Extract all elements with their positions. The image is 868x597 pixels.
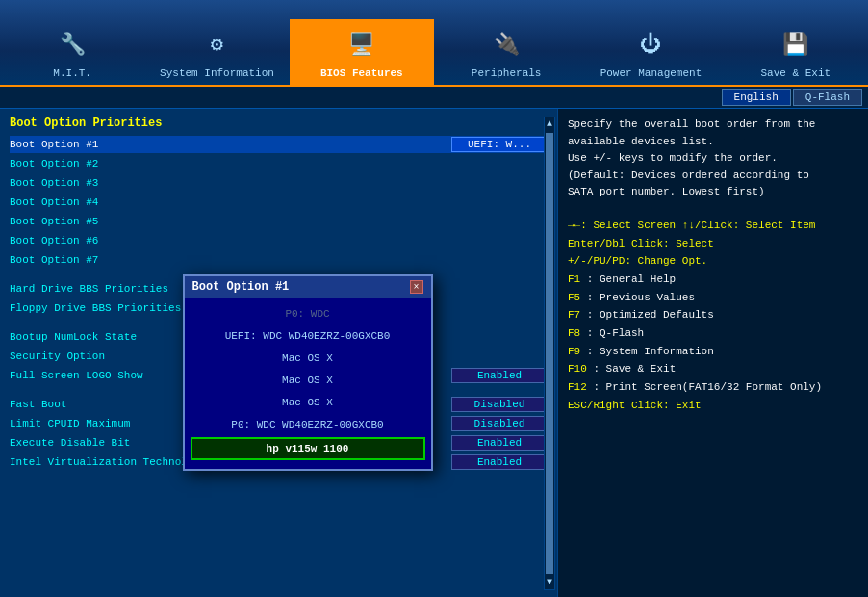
utility-bar: English Q-Flash: [0, 87, 868, 109]
scrollbar-thumb[interactable]: [546, 133, 553, 574]
help-line-4: SATA port number. Lowest first): [568, 186, 765, 197]
boot-option-modal: Boot Option #1 × P0: WDC UEFI: WDC WD40E…: [183, 274, 433, 471]
section-title: Boot Option Priorities: [10, 117, 548, 130]
boot-option-1-row[interactable]: Boot Option #1 UEFI: W...: [10, 136, 548, 153]
modal-title: Boot Option #1: [192, 280, 290, 294]
tab-peripherals-label: Peripherals: [472, 67, 542, 79]
shortcut-list: →←: Select Screen ↑↓/Click: Select Item …: [568, 217, 858, 415]
help-line-0: Specify the overall boot order from the: [568, 118, 815, 130]
modal-option-2[interactable]: Mac OS X: [191, 349, 425, 368]
scroll-down-arrow[interactable]: ▼: [547, 576, 552, 589]
tab-save-label: Save & Exit: [760, 67, 830, 79]
qflash-button[interactable]: Q-Flash: [793, 89, 862, 106]
shortcut-1: Enter/Dbl Click: Select: [568, 235, 858, 253]
tab-mit[interactable]: 🔧 M.I.T.: [0, 19, 144, 85]
boot-option-3-label: Boot Option #3: [10, 177, 548, 189]
shortcut-10: ESC/Right Click: Exit: [568, 397, 858, 415]
shortcut-7: F9 : System Information: [568, 343, 858, 361]
boot-option-1-label: Boot Option #1: [10, 139, 451, 150]
fast-boot-value: Disabled: [451, 397, 548, 412]
modal-option-0[interactable]: P0: WDC: [191, 304, 425, 324]
shortcut-8: F10 : Save & Exit: [568, 360, 858, 378]
shortcut-5: F7 : Optimized Defaults: [568, 306, 858, 324]
help-line-3: (Default: Devices ordered according to: [568, 169, 809, 181]
logo-show-value: Enabled: [451, 368, 548, 383]
save-icon: 💾: [777, 25, 815, 64]
language-button[interactable]: English: [722, 89, 791, 106]
power-icon: ⏻: [631, 25, 670, 64]
shortcut-9: F12 : Print Screen(FAT16/32 Format Only): [568, 378, 858, 397]
nav-tabs: 🔧 M.I.T. ⚙️ System Information 🖥️ BIOS F…: [0, 19, 868, 85]
right-panel: Specify the overall boot order from the …: [558, 109, 868, 597]
mit-icon: 🔧: [53, 25, 91, 64]
modal-option-5[interactable]: P0: WDC WD40EZRZ-00GXCB0: [191, 415, 425, 434]
tab-power[interactable]: ⏻ Power Management: [578, 19, 723, 85]
tab-mit-label: M.I.T.: [53, 67, 91, 79]
boot-option-5-label: Boot Option #5: [10, 216, 548, 227]
shortcut-4: F5 : Previous Values: [568, 289, 858, 307]
boot-option-6-label: Boot Option #6: [10, 235, 548, 247]
shortcut-0: →←: Select Screen ↑↓/Click: Select Item: [568, 217, 858, 235]
help-line-1: available devices list.: [568, 136, 714, 147]
modal-close-button[interactable]: ×: [410, 280, 423, 294]
bios-icon: 🖥️: [343, 25, 381, 64]
boot-option-4-row[interactable]: Boot Option #4: [10, 194, 548, 211]
boot-option-5-row[interactable]: Boot Option #5: [10, 213, 548, 230]
main-content: Boot Option Priorities Boot Option #1 UE…: [0, 109, 868, 597]
boot-option-4-label: Boot Option #4: [10, 196, 548, 208]
boot-option-1-value: UEFI: W...: [451, 137, 548, 152]
tab-bios[interactable]: 🖥️ BIOS Features: [290, 19, 434, 85]
boot-option-6-row[interactable]: Boot Option #6: [10, 232, 548, 249]
modal-body: P0: WDC UEFI: WDC WD40EZRZ-00GXCB0 Mac O…: [185, 298, 431, 469]
help-line-2: Use +/- keys to modify the order.: [568, 152, 778, 164]
scroll-up-arrow[interactable]: ▲: [547, 117, 552, 131]
tab-power-label: Power Management: [600, 67, 702, 79]
tab-sysinfo-label: System Information: [160, 67, 274, 79]
cpuid-value: Disabled: [451, 416, 548, 431]
boot-option-2-label: Boot Option #2: [10, 158, 548, 169]
tab-bios-label: BIOS Features: [320, 67, 403, 79]
sysinfo-icon: ⚙️: [197, 25, 236, 64]
modal-titlebar: Boot Option #1 ×: [185, 276, 431, 298]
tab-peripherals[interactable]: 🔌 Peripherals: [434, 19, 578, 85]
peripherals-icon: 🔌: [487, 25, 525, 64]
shortcut-3: F1 : General Help: [568, 271, 858, 289]
boot-option-3-row[interactable]: Boot Option #3: [10, 174, 548, 192]
modal-option-4[interactable]: Mac OS X: [191, 393, 425, 412]
scrollbar[interactable]: ▲ ▼: [544, 117, 555, 590]
modal-option-1[interactable]: UEFI: WDC WD40EZRZ-00GXCB0: [191, 326, 425, 346]
vt-value: Enabled: [451, 454, 548, 470]
shortcut-6: F8 : Q-Flash: [568, 324, 858, 343]
header: 🔧 M.I.T. ⚙️ System Information 🖥️ BIOS F…: [0, 0, 868, 87]
help-text: Specify the overall boot order from the …: [568, 117, 858, 201]
shortcut-2: +/-/PU/PD: Change Opt.: [568, 252, 858, 271]
execute-disable-value: Enabled: [451, 435, 548, 451]
boot-option-7-label: Boot Option #7: [10, 254, 548, 266]
tab-sysinfo[interactable]: ⚙️ System Information: [144, 19, 289, 85]
modal-option-6[interactable]: hp v115w 1100: [191, 437, 425, 460]
boot-option-2-row[interactable]: Boot Option #2: [10, 155, 548, 172]
modal-option-3[interactable]: Mac OS X: [191, 371, 425, 390]
tab-save[interactable]: 💾 Save & Exit: [724, 19, 868, 85]
left-panel: Boot Option Priorities Boot Option #1 UE…: [0, 109, 558, 597]
boot-option-7-row[interactable]: Boot Option #7: [10, 251, 548, 269]
